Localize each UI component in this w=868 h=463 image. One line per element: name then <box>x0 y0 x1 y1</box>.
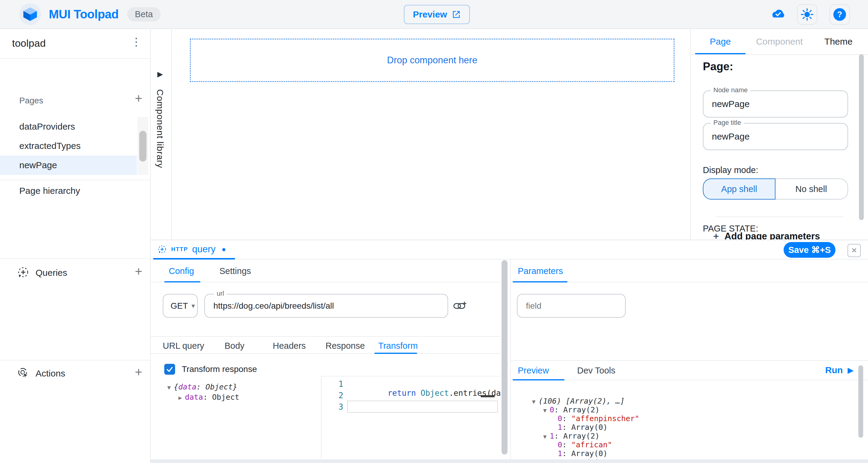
horizontal-scrollbar-track[interactable] <box>151 459 868 463</box>
queries-section-title: Queries <box>36 268 67 278</box>
preview-button-label: Preview <box>413 9 447 20</box>
node-name-field[interactable]: Node name <box>703 90 848 118</box>
tab-response[interactable]: Response <box>326 341 365 351</box>
json-tree-row[interactable]: 1: Array(0) <box>510 414 857 423</box>
tab-parameters[interactable]: Parameters <box>518 266 563 276</box>
tab-transform[interactable]: Transform <box>378 341 418 351</box>
display-mode-no-shell[interactable]: No shell <box>775 179 848 199</box>
inspector-tabs: Page Component Theme <box>691 29 868 55</box>
transform-checkbox-row: Transform response <box>164 364 257 375</box>
sidebar-item-dataproviders[interactable]: dataProviders <box>0 117 137 136</box>
tab-dev-tools[interactable]: Dev Tools <box>577 366 615 376</box>
preview-scrollbar-thumb[interactable] <box>858 365 863 438</box>
component-library-strip[interactable]: ▶ Component library <box>151 29 172 240</box>
page-title-field[interactable]: Page title <box>703 123 848 150</box>
sidebar-item-dataproviders[interactable] <box>0 88 137 107</box>
collapsed-icon[interactable]: ▶ <box>179 394 182 401</box>
project-name: toolpad <box>12 37 46 49</box>
project-menu-button[interactable]: ⋮ <box>131 36 142 48</box>
expand-library-icon[interactable]: ▶ <box>157 70 163 79</box>
method-select[interactable]: GET ▾ <box>163 294 198 318</box>
divider <box>0 58 150 59</box>
tab-headers[interactable]: Headers <box>273 341 306 351</box>
no-shell-label: No shell <box>795 184 827 194</box>
app-title: MUI Toolpad <box>49 7 119 21</box>
scope-tree-child[interactable]: ▶data: Object <box>179 393 239 402</box>
sidebar-item-extractedtypes[interactable]: extractedTypes <box>0 136 137 156</box>
json-tree-row[interactable]: 1: Array(0) <box>510 440 857 449</box>
project-sidebar: toolpad ⋮ Pages + dataProviders extracte… <box>0 29 151 463</box>
preview-button[interactable]: Preview <box>404 5 470 24</box>
json-tree-row[interactable]: 0: "african" <box>510 432 857 440</box>
app-shell-label: App shell <box>721 184 757 194</box>
inspector-scrollbar-thumb[interactable] <box>859 54 864 220</box>
add-page-parameters-button[interactable]: + Add page parameters <box>713 230 820 240</box>
actions-icon <box>17 367 30 381</box>
component-library-label: Component library <box>155 89 165 168</box>
tab-theme-label: Theme <box>824 36 852 47</box>
mui-logo-icon <box>22 6 38 22</box>
close-panel-button[interactable]: ✕ <box>847 244 861 257</box>
display-mode-label: Display mode: <box>703 165 758 175</box>
add-page-parameters-label: Add page parameters <box>724 231 820 240</box>
check-icon <box>166 366 173 373</box>
page-title-input[interactable] <box>704 124 847 150</box>
parameter-field[interactable] <box>517 294 626 318</box>
chevron-down-icon: ▾ <box>192 302 195 310</box>
divider <box>0 360 150 361</box>
json-tree-row[interactable]: 0: "affenpinscher" <box>510 405 857 414</box>
pages-scrollbar-thumb[interactable] <box>139 131 147 161</box>
panel-splitter-scrollbar[interactable] <box>501 260 507 455</box>
json-tree-row[interactable]: ▼0: Array(2) <box>510 397 857 405</box>
line-number: 1 <box>321 379 343 389</box>
url-field[interactable]: url <box>204 294 448 318</box>
transform-response-checkbox[interactable] <box>164 364 175 375</box>
scope-root-type: : Object} <box>196 382 237 391</box>
add-query-button[interactable]: + <box>135 265 142 278</box>
tab-body[interactable]: Body <box>224 341 244 351</box>
add-action-button[interactable]: + <box>135 366 142 379</box>
parameter-field-input[interactable] <box>518 295 625 317</box>
tab-theme[interactable]: Theme <box>809 29 868 54</box>
add-link-icon[interactable] <box>453 299 467 313</box>
display-mode-app-shell[interactable]: App shell <box>703 179 775 199</box>
sidebar-item-page-hierarchy[interactable]: Page hierarchy <box>19 186 80 196</box>
line-number: 2 <box>321 391 343 400</box>
save-button[interactable]: Save ⌘+S <box>784 242 835 258</box>
pages-scrollbar-track[interactable] <box>137 117 148 175</box>
config-tabs-row: Config Settings <box>151 259 500 282</box>
unsaved-indicator-dot: ● <box>221 245 226 253</box>
run-play-icon: ▶ <box>847 366 854 375</box>
help-icon: ? <box>833 7 846 22</box>
tab-config[interactable]: Config <box>169 266 194 276</box>
transform-checkbox-label: Transform response <box>182 364 257 374</box>
tab-url-query[interactable]: URL query <box>163 341 204 351</box>
sidebar-item-newpage-selected[interactable]: newPage <box>0 156 137 175</box>
plus-icon: + <box>713 230 719 240</box>
query-tab[interactable]: HTTP query ● <box>157 240 226 258</box>
run-button[interactable]: Run ▶ <box>825 365 854 375</box>
json-tree-row[interactable]: ▼2: Array(2) <box>510 449 857 458</box>
transform-code-editor[interactable]: 1 2 3 return Object.entries(data.messag <box>321 376 500 459</box>
json-tree-row[interactable]: ▼1: Array(2) <box>510 423 857 432</box>
node-name-input[interactable] <box>704 91 847 117</box>
json-tree-row[interactable]: ▼(106) [Array(2), …] <box>510 388 857 397</box>
tab-page[interactable]: Page <box>691 29 750 54</box>
expanded-icon[interactable]: ▼ <box>167 384 170 391</box>
page-section-heading: Page: <box>703 60 733 73</box>
line-number: 3 <box>321 402 343 411</box>
scope-tree-root[interactable]: ▼{data: Object} <box>167 382 237 391</box>
help-button[interactable]: ? <box>830 4 850 25</box>
url-input[interactable] <box>205 295 447 317</box>
tab-preview[interactable]: Preview <box>518 366 549 376</box>
tab-settings[interactable]: Settings <box>219 266 251 276</box>
drop-component-target[interactable]: Drop component here <box>190 38 675 82</box>
project-header: toolpad ⋮ <box>0 29 150 58</box>
query-name-label: query <box>192 244 216 255</box>
actions-section-title: Actions <box>36 368 65 379</box>
parameters-underline <box>513 281 567 282</box>
theme-toggle-button[interactable] <box>797 4 817 25</box>
tab-component[interactable]: Component <box>750 29 809 54</box>
http-query-icon <box>157 244 167 254</box>
close-icon: ✕ <box>851 246 857 255</box>
